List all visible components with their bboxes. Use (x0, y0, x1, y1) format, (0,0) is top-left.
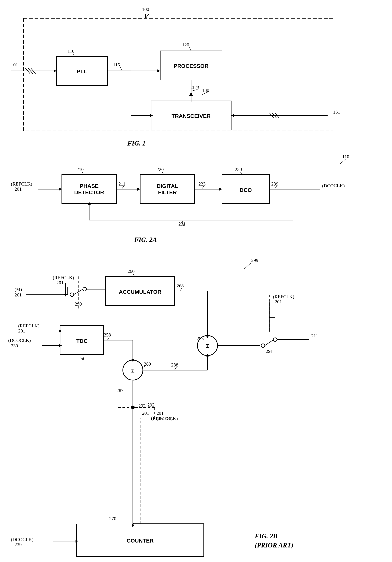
svg-line-27 (340, 159, 346, 164)
fig2b-ref-299: 299 (251, 258, 258, 263)
fig2b-title: FIG. 2B (255, 533, 277, 540)
fig2a-dcoclk-label: (DCOCLK) (322, 183, 345, 188)
fig2b-dcoclk-counter: (DCOCLK) (11, 537, 34, 542)
fig2b-ref-288: 288 (171, 362, 178, 368)
fig2a-ref-223: 223 (199, 181, 206, 187)
fig1-ref-110: 110 (68, 48, 74, 54)
svg-marker-90 (64, 294, 67, 296)
svg-marker-21 (150, 114, 153, 117)
svg-line-30 (82, 172, 84, 175)
fig2a-refclk-label: (REFCLK) (11, 181, 32, 187)
svg-marker-6 (54, 70, 56, 72)
fig2b-counter-label: COUNTER (127, 538, 154, 544)
fig2b-ref-201b: 201 (156, 410, 164, 416)
svg-marker-79 (206, 354, 209, 356)
fig2a-ref-201: 201 (14, 187, 22, 192)
svg-line-34 (162, 172, 164, 175)
fig2b-ref-291: 291 (266, 349, 273, 354)
fig2a-ref-231: 231 (178, 221, 186, 227)
fig2b-ref-239-counter: 239 (14, 542, 22, 547)
svg-point-63 (273, 338, 277, 341)
fig2b-refclk-tdc: (REFCLK) (18, 323, 39, 328)
fig2b-dcoclk-tdc: 239 (11, 343, 18, 349)
svg-line-10 (120, 67, 122, 70)
fig1-transceiver-label: TRANSCEIVER (171, 113, 211, 119)
svg-point-51 (83, 287, 86, 291)
fig1-pll-label: PLL (77, 68, 87, 74)
fig2b-refclk-b: (REFCLK) (156, 416, 178, 421)
fig2a-ref-239: 239 (271, 181, 278, 187)
fig2a-df-label2: FILTER (158, 189, 177, 195)
svg-point-49 (70, 293, 74, 296)
fig2b-m-label: (M) (14, 287, 22, 292)
fig1-title: FIG. 1 (127, 140, 146, 147)
fig2b-ref-258: 258 (104, 332, 111, 338)
fig2b-ref-201-tdc: 201 (18, 328, 25, 334)
svg-marker-86 (75, 540, 78, 542)
fig2b-subtitle: (PRIOR ART) (255, 542, 293, 549)
fig2a-ref-211: 211 (119, 181, 125, 187)
fig2b-ref-290: 290 (75, 301, 82, 307)
fig2b-ref-285: 285 (197, 336, 204, 341)
fig2a-ref-110: 110 (342, 154, 349, 159)
fig2b-ref-201-sw1-top: 201 (56, 280, 63, 285)
fig1-ref-120: 120 (182, 42, 189, 47)
svg-line-11 (189, 47, 191, 51)
svg-point-61 (261, 344, 265, 347)
fig2a-title: FIG. 2A (134, 236, 157, 243)
svg-point-98 (131, 406, 135, 409)
svg-rect-94 (0, 380, 133, 524)
svg-marker-44 (88, 202, 91, 205)
fig2b-out-211: 211 (311, 333, 318, 339)
fig2b-ref-268: 268 (177, 283, 184, 288)
svg-marker-71 (59, 344, 62, 347)
svg-line-73 (107, 337, 109, 340)
svg-line-38 (240, 172, 242, 175)
fig2b-ref-270b: 270 (109, 516, 116, 521)
fig2b-ref-292: 292 (139, 403, 146, 409)
fig1-processor-label: PROCESSOR (174, 63, 209, 69)
svg-marker-36 (219, 188, 222, 191)
fig2b-ref-261: 261 (14, 292, 22, 298)
fig1-ref-101: 101 (11, 62, 18, 68)
svg-line-1 (146, 14, 149, 18)
diagram-container: 100 101 PLL 110 115 PROCESSOR 120 (0, 0, 392, 562)
fig2b-acc-label: ACCUMULATOR (119, 289, 161, 295)
fig2b-ref-201-right: 201 (275, 299, 282, 304)
fig2a-pd-label2: DETECTOR (74, 189, 104, 195)
svg-marker-69 (59, 329, 62, 332)
fig1-ref-115: 115 (113, 62, 120, 68)
svg-marker-29 (59, 188, 62, 191)
fig2b-sum285-label: Σ (206, 343, 209, 349)
fig2b-refclk-right-label: (REFCLK) (273, 294, 294, 299)
fig2a-ref-210: 210 (77, 167, 84, 172)
fig2b-ref-260: 260 (128, 269, 135, 274)
fig2a-dco-label: DCO (240, 187, 252, 193)
fig2b-ref-292b: 292 (147, 402, 154, 408)
fig2a-df-label: DIGITAL (157, 183, 178, 189)
fig2b-refclk-top-label: (REFCLK) (53, 275, 74, 280)
svg-marker-32 (137, 188, 140, 191)
fig2b-dcoclk-label-tdc: (DCOCLK) (8, 338, 31, 343)
svg-marker-26 (231, 114, 234, 117)
fig2a-ref-230: 230 (235, 167, 242, 172)
fig2b-ref-287b: 287 (117, 388, 124, 393)
fig1-ref-100: 100 (142, 7, 149, 12)
fig2b-tdc-label: TDC (76, 338, 88, 344)
fig2b-ref-201-counter: 201 (142, 410, 149, 416)
fig2a-ref-220: 220 (157, 167, 164, 172)
fig2a-pd-label: PHASE (80, 183, 98, 189)
fig1-ref-131: 131 (333, 109, 340, 115)
svg-line-54 (133, 274, 135, 276)
fig1-ref-130: 130 (202, 88, 209, 93)
svg-line-62 (265, 340, 273, 346)
svg-line-46 (244, 263, 251, 269)
fig2b-ref-280: 280 (144, 361, 151, 367)
svg-marker-75 (131, 359, 134, 362)
svg-line-7 (73, 54, 75, 56)
fig2b-sum280-label: Σ (131, 368, 134, 374)
svg-marker-9 (157, 70, 160, 72)
svg-marker-96 (131, 525, 134, 527)
fig1-dual-arrow: ↕ (191, 85, 193, 90)
